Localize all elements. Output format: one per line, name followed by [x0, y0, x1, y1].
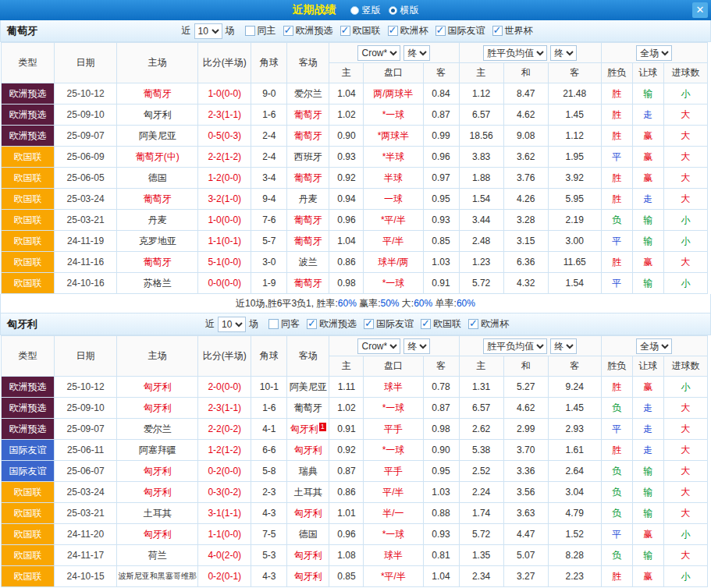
filter-checkbox[interactable]: 欧洲预选 [283, 24, 333, 37]
match-date: 24-11-20 [55, 524, 117, 545]
avg-draw: 9.08 [503, 126, 548, 147]
corners: 4-3 [251, 503, 287, 524]
odds-stage-select[interactable]: 终 [403, 45, 430, 61]
avg-away: 2.93 [548, 419, 601, 440]
odds-company-select[interactable]: Crow* [357, 338, 400, 354]
away-team: 葡萄牙 [287, 210, 329, 231]
checkbox-icon [388, 26, 398, 36]
filter-checkbox[interactable]: 国际友谊 [435, 24, 485, 37]
filter-checkbox[interactable]: 欧洲预选 [307, 317, 357, 331]
result-handicap: 走 [632, 104, 663, 126]
odds-away: 0.85 [423, 231, 459, 252]
result-wdl: 胜 [601, 377, 632, 398]
odds-stage-select[interactable]: 终 [403, 338, 430, 354]
odds-home: 1.01 [329, 503, 364, 524]
result-goals: 小 [663, 377, 707, 398]
summary-segment: 50% [380, 298, 399, 309]
away-team-name: 匈牙利 [290, 423, 318, 434]
result-handicap: 输 [632, 503, 663, 524]
filter-checkbox[interactable]: 欧国联 [340, 24, 381, 37]
odds-company-select[interactable]: Crow* [357, 45, 400, 61]
avg-away: 3.04 [548, 482, 601, 503]
league-badge: 欧洲预选 [2, 419, 55, 440]
result-wdl: 负 [601, 482, 632, 503]
avg-type-select[interactable]: 胜平负均值 [483, 45, 547, 61]
away-team: 匈牙利 [287, 440, 329, 461]
odds-home: 0.86 [329, 482, 364, 503]
away-team: 波兰 [287, 252, 329, 273]
result-goals: 大 [663, 252, 707, 273]
avg-draw: 3.27 [503, 566, 548, 587]
handicap: 球半 [364, 377, 423, 398]
result-goals: 大 [663, 440, 707, 461]
handicap: 半/一 [364, 503, 423, 524]
handicap: 半球 [364, 168, 423, 189]
away-team-name: 阿美尼亚 [290, 381, 327, 392]
checkbox-icon [245, 26, 255, 36]
home-team: 土耳其 [117, 503, 198, 524]
filter-checkbox[interactable]: 同主 [245, 24, 276, 37]
avg-away: 1.52 [548, 524, 601, 545]
checkbox-label: 欧洲杯 [481, 317, 509, 331]
column-subheader: 主 [459, 356, 503, 377]
avg-away: 1.61 [548, 440, 601, 461]
recent-count-select[interactable]: 10 [218, 317, 246, 332]
result-goals: 大 [663, 189, 707, 210]
odds-home: 0.86 [329, 252, 364, 273]
column-header: 主场 [117, 43, 198, 83]
section-header: 葡萄牙近10场同主欧洲预选欧国联欧洲杯国际友谊世界杯 [0, 20, 711, 42]
layout-radio-option[interactable]: 横版 [389, 4, 419, 17]
result-handicap: 赢 [632, 566, 663, 587]
team-name: 葡萄牙 [7, 24, 37, 38]
avg-stage-select[interactable]: 终 [550, 45, 577, 61]
result-wdl: 负 [601, 210, 632, 231]
away-team: 丹麦 [287, 189, 329, 210]
fulltime-select[interactable]: 全场 [636, 45, 672, 61]
filter-checkbox[interactable]: 欧洲杯 [388, 24, 428, 37]
fulltime-select[interactable]: 全场 [636, 338, 672, 354]
avg-type-select[interactable]: 胜平负均值 [483, 338, 547, 354]
odds-home: 0.92 [329, 440, 364, 461]
avg-draw: 2.99 [503, 419, 548, 440]
avg-draw: 3.63 [503, 503, 548, 524]
match-date: 24-11-16 [55, 252, 117, 273]
corners: 5-7 [251, 231, 287, 252]
result-handicap: 输 [632, 461, 663, 482]
filter-checkbox[interactable]: 欧洲杯 [468, 317, 509, 331]
column-subheader: 和 [503, 356, 548, 377]
filter-checkbox[interactable]: 同客 [268, 317, 300, 331]
filter-checkbox[interactable]: 世界杯 [492, 24, 533, 37]
result-handicap: 赢 [632, 524, 663, 545]
avg-stage-select[interactable]: 终 [550, 338, 577, 354]
checkbox-label: 同客 [281, 317, 300, 331]
handicap: *平/半 [364, 210, 423, 231]
corners: 4-3 [251, 566, 287, 587]
corners: 9-0 [251, 83, 287, 104]
match-date: 25-09-10 [55, 398, 117, 419]
recent-count-select[interactable]: 10 [194, 23, 222, 39]
checkbox-icon [492, 26, 503, 36]
odds-header-cell: Crow*终 [329, 43, 459, 63]
matches-table: 类型日期主场比分(半场)角球客场Crow*终胜平负均值终全场主盘口客主和客胜负让… [1, 42, 708, 294]
dialog-title: 近期战绩 [293, 3, 336, 17]
home-team: 匈牙利 [117, 482, 198, 503]
column-header: 日期 [55, 336, 117, 377]
filter-checkbox[interactable]: 欧国联 [421, 317, 461, 331]
close-button[interactable]: ✕ [692, 2, 708, 18]
handicap: 平/半 [364, 231, 423, 252]
league-badge: 欧洲预选 [2, 126, 55, 147]
summary-segment: 60% [414, 298, 432, 309]
filter-checkbox[interactable]: 国际友谊 [364, 317, 414, 331]
match-row: 欧国联25-03-21土耳其3-1(1-1)4-3匈牙利1.01半/一0.881… [2, 503, 708, 524]
result-wdl: 胜 [601, 252, 632, 273]
odds-home: 0.94 [329, 189, 364, 210]
result-handicap: 走 [632, 419, 663, 440]
fulltime-header-cell: 全场 [601, 336, 707, 356]
avg-home: 2.24 [459, 482, 503, 503]
avg-home: 1.54 [459, 189, 503, 210]
layout-radio-option[interactable]: 竖版 [350, 4, 381, 17]
match-date: 25-03-24 [55, 189, 117, 210]
result-wdl: 胜 [601, 566, 632, 587]
odds-home: 0.93 [329, 147, 364, 168]
layout-radio-group: 竖版横版 [343, 4, 419, 17]
